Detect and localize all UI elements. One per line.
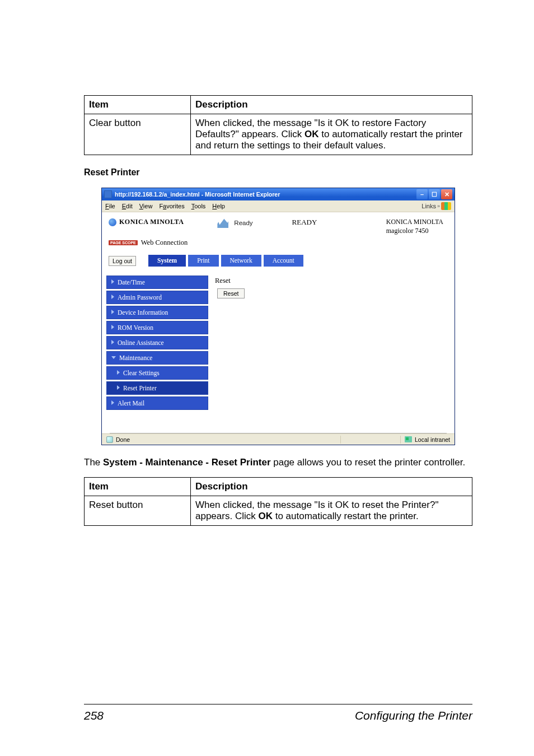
window-buttons: – ☐ ✕ (416, 189, 452, 199)
menu-edit[interactable]: Edit (122, 203, 133, 209)
table-reset-button: Item Description Reset button When click… (84, 477, 472, 526)
statusbar-sep (400, 436, 401, 444)
pane-title: Reset (215, 277, 448, 285)
brand-text: KONICA MINOLTA (119, 218, 184, 226)
triangle-icon (117, 370, 120, 375)
menu-tools[interactable]: Tools (191, 203, 206, 209)
desc-post: to automatically restart the printer. (273, 511, 419, 521)
sidebar-label: Alert Mail (118, 400, 144, 407)
section-heading-reset-printer: Reset Printer (84, 167, 472, 178)
webconnect-text: Web Connection (141, 239, 188, 247)
sidebar-item-clear-settings[interactable]: Clear Settings (106, 366, 208, 380)
maximize-button[interactable]: ☐ (429, 189, 440, 199)
brand-row: KONICA MINOLTA (109, 218, 184, 226)
sidebar-label: Device Information (118, 309, 168, 316)
model-line1: KONICA MINOLTA (386, 218, 443, 227)
status-done-text: Done (116, 436, 130, 443)
sidebar-label: Admin Password (118, 294, 162, 301)
tabs: System Print Network Account (148, 255, 303, 267)
local-intranet-icon (405, 436, 412, 442)
td-item: Clear button (85, 114, 191, 155)
tab-account[interactable]: Account (264, 255, 303, 267)
footer: 258 Configuring the Printer (84, 704, 472, 722)
triangle-down-icon (111, 356, 116, 359)
sidebar: Date/Time Admin Password Device Informat… (102, 272, 213, 416)
tab-print[interactable]: Print (188, 255, 218, 267)
sidebar-item-online[interactable]: Online Assistance (106, 336, 208, 349)
content-pane: Reset Reset (213, 272, 455, 416)
sidebar-label: Date/Time (118, 279, 145, 286)
close-button[interactable]: ✕ (441, 189, 452, 199)
sidebar-label: Clear Settings (123, 370, 160, 376)
done-icon (106, 436, 113, 443)
links-chevron-icon[interactable]: » (437, 203, 440, 209)
sidebar-item-datetime[interactable]: Date/Time (106, 276, 208, 289)
menu-help[interactable]: Help (212, 203, 225, 209)
ie-content: KONICA MINOLTA Ready READY KONICA MINOLT… (102, 212, 455, 433)
links-label[interactable]: Links (421, 203, 436, 209)
sidebar-label: Reset Printer (123, 385, 157, 391)
ie-title-text: http://192.168.1.2/a_index.html - Micros… (115, 191, 416, 198)
triangle-icon (111, 400, 114, 405)
triangle-icon (111, 340, 114, 344)
sidebar-item-reset-printer[interactable]: Reset Printer (106, 381, 208, 395)
model-line2: magicolor 7450 (386, 227, 443, 236)
th-item: Item (85, 96, 191, 114)
th-desc: Description (191, 96, 472, 114)
td-desc: When clicked, the message "Is it OK to r… (191, 114, 472, 155)
body-paragraph: The System - Maintenance - Reset Printer… (84, 456, 472, 469)
para-bold: System - Maintenance - Reset Printer (103, 457, 270, 468)
ie-flag-icon (441, 202, 451, 210)
statusbar-blank (340, 436, 396, 444)
triangle-icon (111, 279, 114, 284)
printer-status-icon (217, 218, 228, 228)
triangle-icon (111, 310, 114, 314)
triangle-icon (117, 385, 120, 390)
brand-globe-icon (109, 218, 116, 226)
td-desc: When clicked, the message "Is it OK to r… (191, 496, 472, 526)
status-ready-big: READY (292, 218, 317, 227)
th-desc: Description (191, 478, 472, 496)
para-post: page allows you to reset the printer con… (271, 457, 466, 468)
sidebar-item-maintenance[interactable]: Maintenance (106, 351, 208, 365)
footer-title: Configuring the Printer (355, 709, 472, 722)
triangle-icon (111, 325, 114, 329)
footer-line (84, 704, 472, 704)
tab-network[interactable]: Network (221, 255, 261, 267)
td-item: Reset button (85, 496, 191, 526)
ie-titlebar: http://192.168.1.2/a_index.html - Micros… (102, 188, 455, 200)
sidebar-label: Online Assistance (118, 339, 164, 346)
logout-button[interactable]: Log out (109, 256, 136, 266)
menu-favorites[interactable]: Favorites (159, 203, 184, 209)
ie-statusbar: Done Local intranet (102, 433, 455, 445)
ie-page-icon (104, 190, 112, 198)
menu-file[interactable]: File (105, 203, 115, 209)
triangle-icon (111, 295, 114, 299)
para-pre: The (84, 457, 103, 468)
status-ready-small: Ready (234, 220, 252, 226)
sidebar-label: Maintenance (119, 354, 152, 361)
menu-view[interactable]: View (139, 203, 153, 209)
reset-button[interactable]: Reset (217, 288, 245, 298)
desc-bold: OK (258, 511, 273, 521)
links-area: Links » (421, 202, 451, 210)
tab-system[interactable]: System (148, 255, 186, 267)
model-block: KONICA MINOLTA magicolor 7450 (386, 218, 448, 235)
sidebar-item-alertmail[interactable]: Alert Mail (106, 396, 208, 410)
ie-menubar: File Edit View Favorites Tools Help Link… (102, 200, 455, 212)
table-clear-button: Item Description Clear button When click… (84, 95, 472, 155)
pagescope-badge: PAGE SCOPE (109, 240, 138, 245)
status-block: Ready (217, 218, 252, 228)
ie-window: http://192.168.1.2/a_index.html - Micros… (101, 188, 455, 445)
page-number: 258 (84, 709, 104, 722)
sidebar-item-romver[interactable]: ROM Version (106, 321, 208, 334)
sidebar-item-adminpw[interactable]: Admin Password (106, 291, 208, 304)
desc-bold: OK (305, 129, 319, 139)
sidebar-label: ROM Version (118, 324, 153, 331)
minimize-button[interactable]: – (416, 189, 428, 199)
sidebar-item-devinfo[interactable]: Device Information (106, 306, 208, 319)
th-item: Item (85, 478, 191, 496)
status-intranet-text: Local intranet (415, 436, 450, 443)
